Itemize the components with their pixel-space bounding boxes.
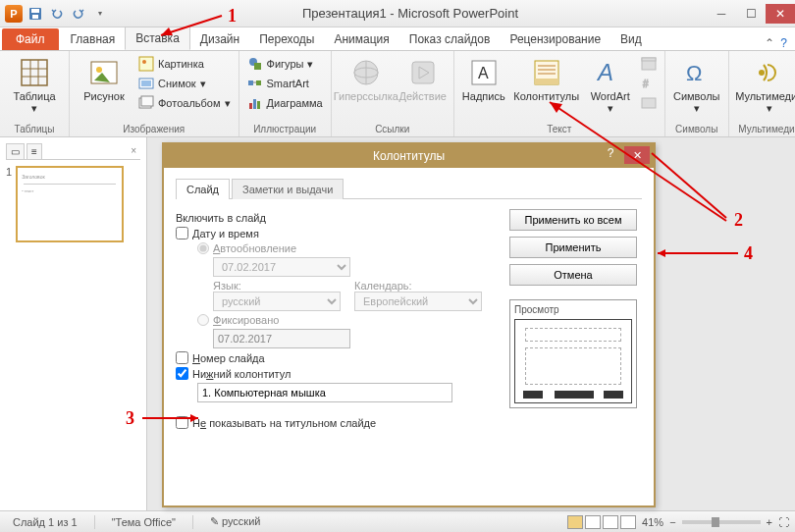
group-links: Гиперссылка Действие Ссылки xyxy=(332,51,454,136)
dialog-title: Колонтитулы ? ✕ xyxy=(164,144,654,168)
ribbon-minimize-icon[interactable]: ⌃ xyxy=(765,36,774,50)
zoom-fit-button[interactable]: ⛶ xyxy=(778,516,789,528)
slide-panel: ▭ ≡ × 1 Заголовок • текст xyxy=(0,137,147,510)
notitle-label: Не показывать на титульном слайде xyxy=(192,417,376,429)
dialog-help-button[interactable]: ? xyxy=(601,146,620,164)
help-icon[interactable]: ? xyxy=(780,36,787,50)
group-tables: Таблица▾ Таблицы xyxy=(0,51,70,136)
group-tables-label: Таблицы xyxy=(6,123,63,136)
textbox-button[interactable]: A Надпись xyxy=(460,53,507,102)
window-buttons: ─ ☐ ✕ xyxy=(707,4,795,24)
save-icon[interactable] xyxy=(26,4,45,24)
date-auto-select: 07.02.2017 xyxy=(213,257,350,277)
tab-animations[interactable]: Анимация xyxy=(324,28,398,50)
headerfooter-dialog: Колонтитулы ? ✕ Слайд Заметки и выдачи В… xyxy=(162,142,656,507)
group-symbols: Ω Символы▾ Символы xyxy=(665,51,729,136)
wordart-button[interactable]: A WordArt▾ xyxy=(586,53,635,114)
calendar-label: Календарь: xyxy=(354,280,482,292)
svg-text:Ω: Ω xyxy=(686,61,702,85)
maximize-button[interactable]: ☐ xyxy=(736,4,766,24)
app-icon: P xyxy=(4,4,24,24)
statusbar: Слайд 1 из 1 "Тема Office" ✎ русский 41%… xyxy=(0,510,795,532)
autoupdate-radio xyxy=(197,242,209,254)
panel-tab-outline[interactable]: ≡ xyxy=(26,143,42,159)
minimize-button[interactable]: ─ xyxy=(707,4,736,24)
datetime-label: Дату и время xyxy=(192,228,259,239)
undo-icon[interactable] xyxy=(47,4,67,24)
close-button[interactable]: ✕ xyxy=(766,4,795,24)
dialog-tab-notes[interactable]: Заметки и выдачи xyxy=(232,179,344,199)
view-slideshow[interactable] xyxy=(620,515,636,529)
file-tab[interactable]: Файл xyxy=(2,28,59,50)
datetime-button xyxy=(639,55,659,73)
shapes-button[interactable]: Фигуры ▾ xyxy=(245,55,325,73)
tab-design[interactable]: Дизайн xyxy=(190,28,249,50)
preview-box: Просмотр xyxy=(509,299,637,408)
svg-rect-10 xyxy=(139,57,153,71)
tab-slideshow[interactable]: Показ слайдов xyxy=(399,28,501,50)
datetime-checkbox[interactable] xyxy=(176,227,188,239)
svg-text:A: A xyxy=(596,59,613,85)
svg-rect-2 xyxy=(32,15,38,19)
svg-point-11 xyxy=(142,60,146,64)
screenshot-button[interactable]: Снимок ▾ xyxy=(136,75,233,92)
tab-home[interactable]: Главная xyxy=(61,28,126,50)
hyperlink-button: Гиперссылка xyxy=(338,53,395,102)
headerfooter-button[interactable]: Колонтитулы xyxy=(511,53,582,102)
qat-customize-icon[interactable]: ▾ xyxy=(90,4,110,24)
redo-icon[interactable] xyxy=(69,4,88,24)
autoupdate-label: Автообновление xyxy=(213,242,296,254)
cancel-button[interactable]: Отмена xyxy=(509,264,637,286)
svg-rect-13 xyxy=(141,80,151,86)
tab-view[interactable]: Вид xyxy=(610,28,652,50)
apply-all-button[interactable]: Применить ко всем xyxy=(509,209,637,231)
svg-rect-18 xyxy=(248,80,253,85)
view-normal[interactable] xyxy=(567,515,583,529)
quick-access-toolbar: P ▾ xyxy=(0,4,114,24)
panel-tab-slides[interactable]: ▭ xyxy=(6,143,25,159)
group-illustrations-label: Иллюстрации xyxy=(245,123,325,136)
picture-button[interactable]: Рисунок xyxy=(76,53,132,102)
zoom-slider[interactable] xyxy=(682,520,761,524)
chart-button[interactable]: Диаграмма xyxy=(245,94,325,112)
svg-text:A: A xyxy=(478,65,489,81)
svg-rect-22 xyxy=(253,99,256,109)
thumb-number: 1 xyxy=(6,166,12,242)
lang-select: русский xyxy=(213,292,341,311)
zoom-out-button[interactable]: − xyxy=(669,516,675,528)
apply-button[interactable]: Применить xyxy=(509,237,637,258)
symbols-button[interactable]: Ω Символы▾ xyxy=(671,53,722,114)
view-reading[interactable] xyxy=(603,515,618,529)
footer-input[interactable] xyxy=(197,383,452,402)
tab-insert[interactable]: Вставка xyxy=(125,27,190,50)
dialog-tab-slide[interactable]: Слайд xyxy=(176,179,230,199)
tab-transitions[interactable]: Переходы xyxy=(249,28,324,50)
slidenumber-label: Номер слайда xyxy=(192,352,265,364)
tab-review[interactable]: Рецензирование xyxy=(500,28,610,50)
object-button xyxy=(639,94,659,112)
slidenumber-checkbox[interactable] xyxy=(176,351,188,364)
smartart-button[interactable]: SmartArt xyxy=(245,75,325,92)
svg-rect-34 xyxy=(535,79,558,84)
status-theme: "Тема Office" xyxy=(105,514,183,530)
group-media: Мультимедиа▾ Мультимедиа xyxy=(729,51,795,136)
media-button[interactable]: Мультимедиа▾ xyxy=(735,53,795,114)
zoom-value[interactable]: 41% xyxy=(642,516,663,528)
dialog-close-button[interactable]: ✕ xyxy=(624,146,650,164)
zoom-in-button[interactable]: + xyxy=(767,516,772,528)
window-title: Презентация1 - Microsoft PowerPoint xyxy=(114,6,707,21)
view-sorter[interactable] xyxy=(585,515,601,529)
notitle-checkbox[interactable] xyxy=(176,416,188,429)
clipart-button[interactable]: Картинка xyxy=(136,55,233,73)
svg-rect-19 xyxy=(256,80,261,85)
status-lang[interactable]: ✎ русский xyxy=(203,513,268,530)
footer-checkbox[interactable] xyxy=(176,367,188,380)
photoalbum-button[interactable]: Фотоальбом ▾ xyxy=(136,94,233,112)
group-illustrations: Фигуры ▾ SmartArt Диаграмма Иллюстрации xyxy=(239,51,332,136)
ribbon: Таблица▾ Таблицы Рисунок Картинка Снимок… xyxy=(0,51,795,137)
group-media-label: Мультимедиа xyxy=(735,123,795,136)
status-slide: Слайд 1 из 1 xyxy=(6,514,84,530)
table-button[interactable]: Таблица▾ xyxy=(6,53,63,114)
panel-close-icon[interactable]: × xyxy=(127,143,140,159)
slide-thumbnail[interactable]: Заголовок • текст xyxy=(16,166,124,242)
